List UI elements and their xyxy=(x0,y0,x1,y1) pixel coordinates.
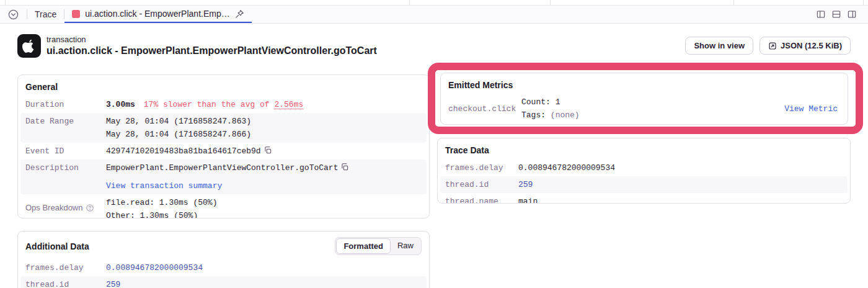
event-type-label: transaction xyxy=(46,35,377,44)
event-header: transaction ui.action.click - EmpowerPla… xyxy=(17,34,851,58)
grid-divider xyxy=(5,0,6,5)
event-id-row: Event ID 429747102019483ba81ba164617ceb9… xyxy=(20,143,427,160)
tab-trace-label: Trace xyxy=(35,9,56,19)
row-value: 259 xyxy=(518,178,533,191)
grid-divider xyxy=(409,0,410,5)
show-in-view-button[interactable]: Show in view xyxy=(685,37,753,55)
table-row: thread.id 259 xyxy=(20,276,427,288)
copy-icon[interactable] xyxy=(340,163,349,171)
date-range-end: May 28, 01:04 (1716858247.866) xyxy=(106,130,251,139)
question-circle-icon[interactable] xyxy=(86,204,94,212)
ops-breakdown-row: Ops Breakdown file.read: 1.30ms (50%) Ot… xyxy=(20,194,427,218)
metric-count-value: 1 xyxy=(556,97,560,107)
ops-breakdown-line2: Other: 1.30ms (50%) xyxy=(106,211,198,218)
general-panel-title: General xyxy=(18,75,429,96)
show-in-view-label: Show in view xyxy=(694,41,745,50)
event-title: ui.action.click - EmpowerPlant.EmpowerPl… xyxy=(46,45,377,56)
external-link-icon xyxy=(768,42,777,50)
general-panel: General Duration 3.00ms17% slower than t… xyxy=(17,74,430,218)
metric-values: Count: 1 Tags: (none) xyxy=(521,96,580,122)
view-transaction-summary-link[interactable]: View transaction summary xyxy=(106,181,222,191)
table-row: frames.delay 0.008946782000009534 xyxy=(440,160,848,176)
metric-tags-value: (none) xyxy=(551,110,580,120)
row-key: thread.id xyxy=(25,278,106,288)
table-row: thread.id 259 xyxy=(440,176,848,193)
duration-row: Duration 3.00ms17% slower than the avg o… xyxy=(20,96,427,113)
trace-data-title: Trace Data xyxy=(438,138,850,160)
panel-left-icon[interactable] xyxy=(816,9,826,19)
emitted-metrics-panel: Emitted Metrics checkout.click Count: 1 … xyxy=(440,73,848,125)
row-value: main xyxy=(518,195,538,204)
top-grid-sliver xyxy=(0,0,868,5)
trace-data-panel: Trace Data frames.delay 0.00894678200000… xyxy=(437,138,851,204)
description-row: Description EmpowerPlant.EmpowerPlantVie… xyxy=(20,160,427,194)
description-value: EmpowerPlant.EmpowerPlantViewController.… xyxy=(106,163,338,173)
additional-data-header: Additional Data Formatted Raw xyxy=(18,232,429,259)
panel-right-icon[interactable] xyxy=(847,9,857,19)
json-button-label: JSON (12.5 KiB) xyxy=(781,41,842,50)
additional-data-title: Additional Data xyxy=(25,241,89,251)
date-range-start: May 28, 01:04 (1716858247.863) xyxy=(106,117,251,126)
grid-divider xyxy=(863,0,864,5)
tab-trace[interactable]: Trace xyxy=(27,6,64,23)
tab-transaction-label: ui.action.click - EmpowerPlant.Emp… xyxy=(85,9,229,19)
row-value: 259 xyxy=(106,278,120,288)
date-range-key: Date Range xyxy=(25,115,106,128)
ops-breakdown-key: Ops Breakdown xyxy=(25,196,106,214)
metric-count-label: Count: xyxy=(521,97,551,107)
duration-value: 3.00ms xyxy=(106,100,135,109)
raw-toggle-button[interactable]: Raw xyxy=(391,238,420,254)
view-metric-link[interactable]: View Metric xyxy=(784,102,840,115)
copy-icon[interactable] xyxy=(264,146,272,155)
row-key: thread.name xyxy=(445,195,518,204)
header-actions: Show in view JSON (12.5 KiB) xyxy=(685,34,851,55)
table-row: thread.name main xyxy=(440,193,848,204)
ops-breakdown-line1: file.read: 1.30ms (50%) xyxy=(106,198,217,207)
metric-row: checkout.click Count: 1 Tags: (none) Vie… xyxy=(441,94,848,125)
pin-icon[interactable] xyxy=(235,9,244,19)
description-key: Description xyxy=(25,161,106,174)
apple-logo-icon xyxy=(17,34,41,58)
duration-delta-note: 17% slower than the avg of 2.56ms xyxy=(144,100,303,109)
tab-transaction-active[interactable]: ui.action.click - EmpowerPlant.Emp… xyxy=(64,6,251,23)
event-header-texts: transaction ui.action.click - EmpowerPla… xyxy=(46,34,377,56)
drawer-tab-bar: Trace ui.action.click - EmpowerPlant.Emp… xyxy=(0,5,868,24)
grid-divider xyxy=(550,0,551,5)
metric-tags-label: Tags: xyxy=(521,110,546,120)
collapse-drawer-button[interactable] xyxy=(0,6,27,23)
table-row: frames.delay 0.008946782000009534 xyxy=(20,259,427,276)
json-download-button[interactable]: JSON (12.5 KiB) xyxy=(760,37,851,55)
event-id-value: 429747102019483ba81ba164617ceb9d xyxy=(106,146,261,156)
row-value: 0.008946782000009534 xyxy=(518,161,615,174)
layout-controls xyxy=(816,6,868,23)
row-value: 0.008946782000009534 xyxy=(106,261,203,274)
row-key: thread.id xyxy=(445,178,518,191)
avg-duration-value[interactable]: 2.56ms xyxy=(274,100,303,109)
additional-data-panel: Additional Data Formatted Raw frames.del… xyxy=(17,231,430,288)
transaction-type-swatch xyxy=(72,10,80,18)
row-key: frames.delay xyxy=(25,261,106,274)
grid-divider xyxy=(733,0,734,5)
row-key: frames.delay xyxy=(445,161,518,174)
emitted-metrics-title: Emitted Metrics xyxy=(441,73,848,94)
event-id-key: Event ID xyxy=(25,145,106,158)
panel-bottom-icon[interactable] xyxy=(831,9,841,19)
duration-key: Duration xyxy=(25,98,106,111)
chevron-down-circle-icon xyxy=(7,9,19,20)
format-toggle: Formatted Raw xyxy=(335,237,422,255)
metric-key: checkout.click xyxy=(448,102,521,115)
formatted-toggle-button[interactable]: Formatted xyxy=(336,238,391,254)
date-range-row: Date Range May 28, 01:04 (1716858247.863… xyxy=(20,113,427,143)
